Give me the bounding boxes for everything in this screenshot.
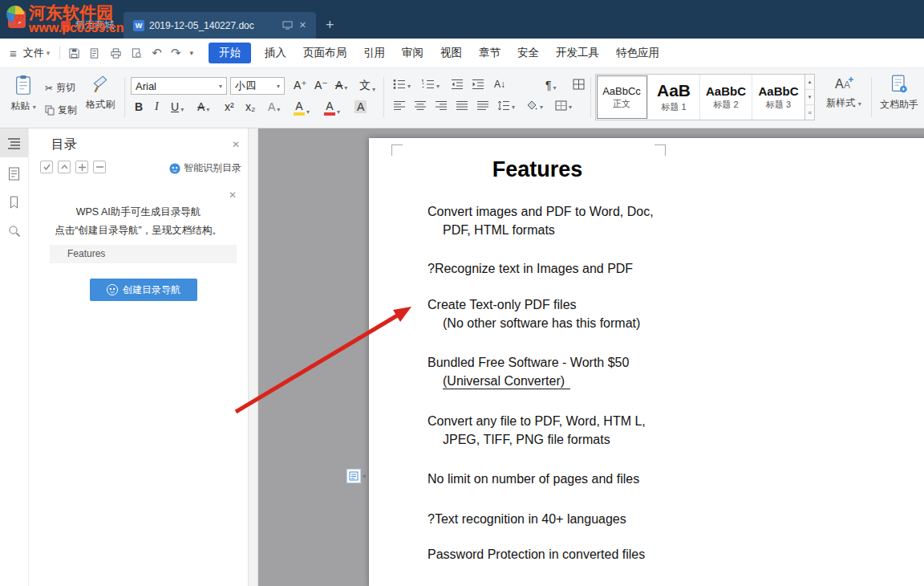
tab-docer-mall[interactable]: 稻壳商城: [51, 12, 124, 39]
file-menu[interactable]: 文件: [23, 46, 44, 60]
cut-button[interactable]: ✂ 剪切: [45, 81, 75, 95]
tab-review[interactable]: 审阅: [402, 46, 424, 60]
style-gallery: AaBbCc 正文 AaB 标题 1 AaBbC 标题 2 AaBbC 标题 3: [595, 74, 805, 120]
shrink-font-button[interactable]: A⁻: [314, 79, 328, 92]
align-right-button[interactable]: [435, 100, 448, 111]
numbered-list-button[interactable]: ▾: [422, 79, 440, 90]
tip-close-icon[interactable]: ✕: [229, 189, 237, 201]
find-pane-button[interactable]: [0, 217, 28, 246]
align-center-button[interactable]: [414, 100, 427, 111]
style-heading2[interactable]: AaBbC 标题 2: [700, 75, 752, 120]
grow-font-button[interactable]: A⁺: [294, 79, 307, 92]
sort-button[interactable]: A↓: [494, 79, 505, 90]
borders-button[interactable]: ▾: [555, 100, 572, 111]
tab-security[interactable]: 安全: [517, 46, 539, 60]
font-name-select[interactable]: Arial ▾: [131, 77, 227, 95]
tab-special-features[interactable]: 特色应用: [616, 46, 659, 60]
toc-collapse-all-icon[interactable]: [93, 161, 106, 173]
bold-button[interactable]: B: [135, 100, 143, 113]
main-menu-icon[interactable]: ≡: [10, 47, 17, 60]
ribbon-tabs: 开始 插入 页面布局 引用 审阅 视图 章节 安全 开发工具 特色应用: [209, 43, 676, 63]
superscript-button[interactable]: x²: [225, 100, 234, 113]
doc-assistant-button[interactable]: 文档助手: [877, 75, 921, 112]
create-toc-nav-button[interactable]: 创建目录导航: [90, 279, 197, 301]
distribute-button[interactable]: [476, 100, 489, 111]
wps-logo[interactable]: W: [8, 10, 26, 28]
smart-identify-toc-button[interactable]: 智能识别目录: [169, 161, 241, 175]
tab-insert[interactable]: 插入: [265, 46, 286, 60]
print-button[interactable]: [110, 47, 122, 59]
new-tab-button[interactable]: +: [316, 12, 344, 39]
gallery-more-icon[interactable]: ≡: [805, 105, 814, 120]
bookmark-pane-button[interactable]: [0, 188, 28, 217]
show-marks-button[interactable]: ¶ ▾: [545, 79, 557, 92]
text-effects-button[interactable]: A ▾: [268, 100, 280, 113]
style-heading1[interactable]: AaB 标题 1: [648, 75, 700, 120]
bullet-list-button[interactable]: ▾: [393, 79, 411, 90]
cut-label: 剪切: [56, 81, 75, 95]
close-tab-icon[interactable]: ✕: [299, 20, 306, 31]
gallery-scroll-up-icon[interactable]: ▴: [805, 75, 814, 90]
font-name-caret-icon: ▾: [219, 83, 222, 90]
fullscreen-icon[interactable]: [282, 21, 293, 30]
italic-button[interactable]: I: [155, 100, 159, 113]
text-tools-button[interactable]: [573, 79, 585, 90]
page-options-widget[interactable]: ▾: [346, 469, 366, 483]
phonetic-guide-button[interactable]: 文 ▾: [359, 79, 375, 93]
toc-pane-button[interactable]: [0, 128, 28, 157]
panel-resize-handle[interactable]: [249, 128, 258, 586]
tab-page-layout[interactable]: 页面布局: [303, 46, 346, 60]
style-preview: AaBbC: [706, 84, 746, 98]
new-style-button[interactable]: AA 新样式 ▾: [821, 75, 866, 110]
line-spacing-caret-icon: ▾: [512, 104, 515, 111]
line-spacing-button[interactable]: ▾: [497, 100, 515, 111]
docer-mall-icon: [61, 21, 71, 31]
toc-collapse-icon[interactable]: [58, 161, 71, 173]
document-page[interactable]: Features Convert images and PDF to Word,…: [369, 138, 924, 586]
style-heading3[interactable]: AaBbC 标题 3: [752, 75, 804, 120]
font-color-button[interactable]: A ▾: [324, 100, 340, 116]
highlight-color-swatch: [294, 112, 305, 116]
subscript-button[interactable]: x₂: [245, 100, 255, 113]
paste-button[interactable]: 粘贴 ▾: [5, 75, 42, 113]
sort-icon: A↓: [494, 79, 505, 90]
underline-button[interactable]: U ▾: [171, 100, 184, 113]
strikethrough-button[interactable]: A ▾: [197, 100, 209, 113]
tab-home[interactable]: 开始: [209, 43, 251, 63]
file-menu-caret-icon[interactable]: ▾: [47, 49, 51, 57]
doc-file-icon: W: [133, 20, 144, 31]
copy-button[interactable]: 复制: [45, 104, 77, 117]
toc-outline-item[interactable]: Features: [50, 245, 237, 263]
clear-format-button[interactable]: A ▾: [335, 79, 347, 92]
undo-button[interactable]: ↶: [152, 46, 162, 60]
search-icon: [8, 225, 21, 238]
tab-references[interactable]: 引用: [363, 46, 385, 60]
align-left-button[interactable]: [393, 100, 406, 111]
output-pdf-button[interactable]: [89, 47, 101, 59]
quick-access-more-icon[interactable]: ▾: [189, 49, 193, 57]
char-shading-button[interactable]: A: [355, 100, 367, 113]
redo-button[interactable]: ↷: [171, 46, 181, 60]
tab-document[interactable]: W 2019-12-05_140227.doc ✕: [124, 12, 316, 39]
divider: [383, 77, 384, 117]
justify-button[interactable]: [456, 100, 468, 111]
tab-view[interactable]: 视图: [440, 46, 462, 60]
toc-close-icon[interactable]: ✕: [232, 139, 240, 150]
toc-expand-all-icon[interactable]: [75, 161, 88, 173]
increase-indent-button[interactable]: [472, 79, 484, 90]
menubar: ≡ 文件 ▾ ↶ ↷ ▾ 开始 插入 页面布局 引用 审阅 视图 章节 安全 开…: [0, 39, 924, 68]
style-normal[interactable]: AaBbCc 正文: [596, 75, 648, 120]
font-size-select[interactable]: 小四 ▾: [230, 77, 285, 95]
save-button[interactable]: [68, 47, 80, 59]
shading-button[interactable]: ▾: [526, 100, 543, 111]
toc-panel-title: 目录: [51, 136, 77, 153]
gallery-scroll-down-icon[interactable]: ▾: [805, 90, 814, 105]
decrease-indent-button[interactable]: [451, 79, 464, 90]
highlight-color-button[interactable]: A ▾: [294, 100, 310, 116]
tab-developer[interactable]: 开发工具: [556, 46, 599, 60]
format-painter-button[interactable]: 格式刷: [82, 75, 119, 112]
toc-select-icon[interactable]: [40, 161, 53, 173]
outline-pane-button[interactable]: [0, 159, 28, 188]
print-preview-button[interactable]: [131, 47, 143, 59]
tab-section[interactable]: 章节: [479, 46, 500, 60]
